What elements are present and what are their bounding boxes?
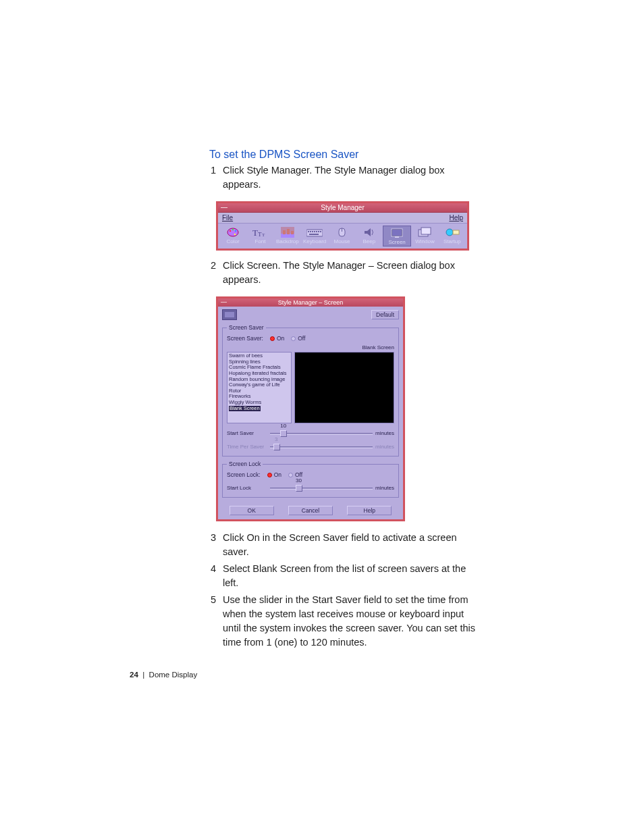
time-per-saver-label: Time Per Saver <box>227 444 267 450</box>
svg-point-30 <box>446 229 453 236</box>
toolbar: Color TTT Font Backdrop Keyboard Mouse B… <box>218 224 467 249</box>
list-item-selected[interactable]: Blank Screen <box>229 406 261 412</box>
svg-rect-17 <box>314 231 315 232</box>
tool-font[interactable]: TTT Font <box>246 226 273 246</box>
window-menu-icon[interactable]: — <box>221 203 227 211</box>
start-lock-slider[interactable]: 30 <box>270 484 373 492</box>
ok-button[interactable]: OK <box>230 506 274 515</box>
tool-window[interactable]: Window <box>411 226 438 246</box>
svg-text:T: T <box>252 228 258 238</box>
page-footer: 24 | Dome Display <box>130 671 197 679</box>
tool-color[interactable]: Color <box>219 226 246 246</box>
menu-help[interactable]: Help <box>449 214 463 221</box>
tool-startup[interactable]: Startup <box>439 226 466 246</box>
tool-keyboard[interactable]: Keyboard <box>301 226 328 246</box>
default-button[interactable]: Default <box>371 310 399 319</box>
window-title: Style Manager – Screen <box>278 299 344 306</box>
window-titlebar: — Style Manager <box>218 203 467 213</box>
svg-rect-19 <box>318 231 319 232</box>
svg-rect-14 <box>308 231 309 232</box>
svg-rect-15 <box>310 231 311 232</box>
menubar: File Help <box>218 213 467 224</box>
lock-on-radio[interactable]: On <box>267 471 281 478</box>
footer-title: Dome Display <box>149 671 198 679</box>
step-num: 5 <box>209 593 216 650</box>
screen-saver-group: Screen Saver Screen Saver: On Off Blank … <box>222 324 399 457</box>
tool-mouse[interactable]: Mouse <box>328 226 355 246</box>
svg-rect-12 <box>291 231 294 234</box>
screen-lock-group: Screen Lock Screen Lock: On Off Start Lo… <box>222 461 399 498</box>
svg-point-4 <box>234 233 236 234</box>
svg-rect-20 <box>320 231 321 232</box>
unit-label: minutes <box>375 444 394 450</box>
step-text: Click On in the Screen Saver field to ac… <box>223 531 479 559</box>
cancel-button[interactable]: Cancel <box>288 506 333 515</box>
svg-rect-31 <box>453 230 459 234</box>
saver-list[interactable]: Swarm of bees Spinning lines Cosmic Flam… <box>227 352 292 423</box>
svg-rect-29 <box>421 228 431 234</box>
group-legend: Screen Lock <box>227 461 263 467</box>
section-heading: To set the DPMS Screen Saver <box>209 149 479 161</box>
window-menu-icon[interactable]: — <box>221 298 227 305</box>
tool-beep[interactable]: Beep <box>356 226 383 246</box>
svg-rect-21 <box>309 234 319 235</box>
step-num: 2 <box>209 259 216 287</box>
help-button[interactable]: Help <box>347 506 392 515</box>
svg-rect-10 <box>283 230 286 234</box>
start-saver-slider[interactable]: 10 <box>270 429 373 437</box>
svg-rect-13 <box>306 230 323 236</box>
unit-label: minutes <box>375 485 394 491</box>
saver-label: Screen Saver: <box>227 335 263 342</box>
window-titlebar: — Style Manager – Screen <box>218 298 403 307</box>
start-saver-label: Start Saver <box>227 430 267 436</box>
step-text: Click Style Manager. The Style Manager d… <box>223 163 479 192</box>
svg-rect-18 <box>316 231 317 232</box>
svg-rect-16 <box>312 231 313 232</box>
svg-marker-24 <box>365 228 371 236</box>
step-text: Use the slider in the Start Saver field … <box>223 593 479 650</box>
step-num: 4 <box>209 562 216 590</box>
step-text: Click Screen. The Style Manager – Screen… <box>223 259 479 287</box>
page-number: 24 <box>130 671 138 679</box>
svg-point-1 <box>230 230 231 231</box>
group-legend: Screen Saver <box>227 324 266 331</box>
preview-label: Blank Screen <box>227 344 394 350</box>
svg-point-2 <box>232 228 234 230</box>
svg-rect-27 <box>395 236 399 238</box>
tool-backdrop[interactable]: Backdrop <box>274 226 301 246</box>
saver-on-radio[interactable]: On <box>270 335 284 342</box>
unit-label: minutes <box>375 430 394 436</box>
step-num: 3 <box>209 531 216 559</box>
saver-off-radio[interactable]: Off <box>291 335 305 342</box>
screen-dialog-window: — Style Manager – Screen Default Screen … <box>216 296 405 521</box>
step-num: 1 <box>209 163 216 192</box>
saver-preview <box>294 352 394 423</box>
step-text: Select Blank Screen from the list of scr… <box>223 562 479 590</box>
lock-label: Screen Lock: <box>227 471 261 478</box>
menu-file[interactable]: File <box>222 214 233 221</box>
svg-text:T: T <box>262 232 265 238</box>
time-per-saver-slider[interactable]: 3 <box>270 442 373 450</box>
tool-screen[interactable]: Screen <box>383 226 411 246</box>
start-lock-label: Start Lock <box>227 485 267 491</box>
monitor-icon <box>222 309 237 320</box>
svg-point-3 <box>235 230 236 231</box>
svg-rect-11 <box>287 229 290 234</box>
svg-rect-26 <box>392 230 402 236</box>
window-title: Style Manager <box>321 204 364 211</box>
style-manager-window: — Style Manager File Help Color TTT Font… <box>216 201 469 251</box>
